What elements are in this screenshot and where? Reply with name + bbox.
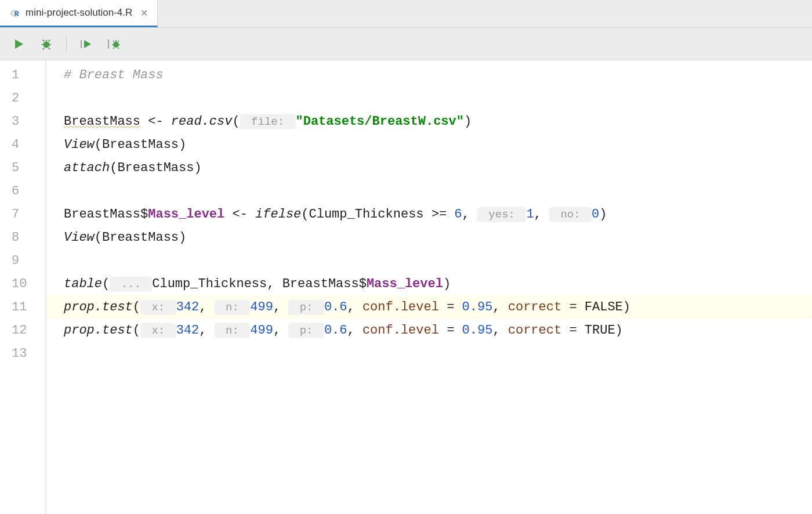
run-selection-button[interactable] xyxy=(78,36,95,52)
toolbar xyxy=(0,28,812,60)
code-line: table( ... Clump_Thickness, BreastMass$M… xyxy=(46,273,812,296)
code-line: attach(BreastMass) xyxy=(46,157,812,180)
code-line xyxy=(46,180,812,203)
line-number[interactable]: 4 xyxy=(0,133,45,157)
code-line-current: prop.test( x: 342, n: 499, p: 0.6, conf.… xyxy=(46,296,812,319)
line-number[interactable]: 10 xyxy=(0,273,45,296)
line-number[interactable]: 13 xyxy=(0,342,45,365)
code-area[interactable]: # Breast Mass BreastMass <- read.csv( fi… xyxy=(46,60,812,514)
param-hint: n: xyxy=(215,323,251,338)
svg-point-3 xyxy=(113,42,119,48)
file-tab[interactable]: mini-project-solution-4.R ✕ xyxy=(0,0,158,27)
param-hint: x: xyxy=(140,300,176,315)
code-line xyxy=(46,342,812,365)
code-line: BreastMass$Mass_level <- ifelse(Clump_Th… xyxy=(46,203,812,226)
line-number[interactable]: 12 xyxy=(0,319,45,342)
line-number[interactable]: 7 xyxy=(0,203,45,226)
gutter: 1 2 3 4 5 6 7 8 9 10 11 12 13 xyxy=(0,60,46,514)
code-line xyxy=(46,87,812,110)
run-button[interactable] xyxy=(10,36,27,52)
close-icon[interactable]: ✕ xyxy=(140,8,148,19)
toolbar-separator xyxy=(66,37,67,52)
svg-point-2 xyxy=(44,41,50,48)
line-number[interactable]: 2 xyxy=(0,87,45,110)
param-hint: p: xyxy=(288,300,324,315)
param-hint: p: xyxy=(288,323,324,338)
param-hint: x: xyxy=(140,323,176,338)
code-line: View(BreastMass) xyxy=(46,226,812,249)
line-number[interactable]: 1 xyxy=(0,64,45,87)
editor: 1 2 3 4 5 6 7 8 9 10 11 12 13 # Breast M… xyxy=(0,60,812,514)
code-line: # Breast Mass xyxy=(46,64,812,87)
param-hint: ... xyxy=(110,277,152,292)
code-line: BreastMass <- read.csv( file: "Datasets/… xyxy=(46,110,812,133)
tab-bar: mini-project-solution-4.R ✕ xyxy=(0,0,812,28)
param-hint: file: xyxy=(240,114,296,129)
line-number[interactable]: 11 xyxy=(0,296,45,319)
line-number[interactable]: 8 xyxy=(0,226,45,249)
tab-filename: mini-project-solution-4.R xyxy=(26,7,132,19)
param-hint: n: xyxy=(215,300,251,315)
code-line xyxy=(46,249,812,273)
debug-selection-button[interactable] xyxy=(106,36,122,52)
param-hint: yes: xyxy=(477,207,526,222)
code-line: View(BreastMass) xyxy=(46,133,812,157)
line-number[interactable]: 9 xyxy=(0,249,45,273)
r-file-icon xyxy=(9,7,21,19)
line-number[interactable]: 3 xyxy=(0,110,45,133)
line-number[interactable]: 5 xyxy=(0,157,45,180)
code-line: prop.test( x: 342, n: 499, p: 0.6, conf.… xyxy=(46,319,812,342)
debug-button[interactable] xyxy=(38,36,55,52)
line-number[interactable]: 6 xyxy=(0,180,45,203)
param-hint: no: xyxy=(549,207,592,222)
